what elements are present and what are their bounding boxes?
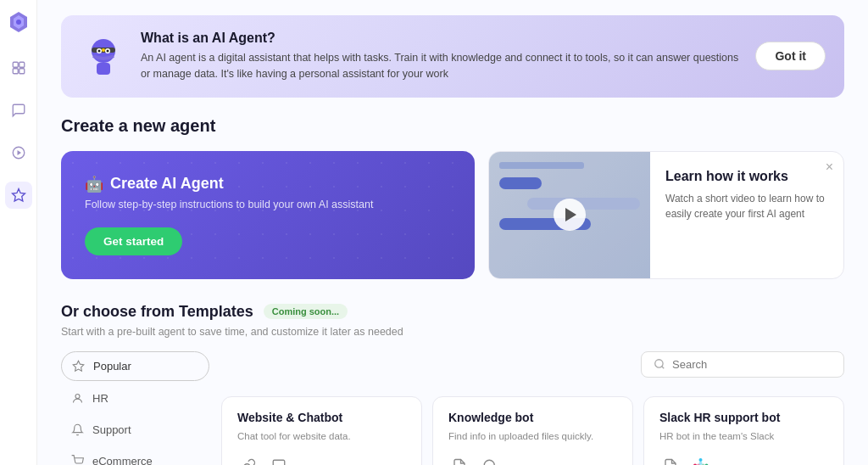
svg-point-21 — [655, 360, 663, 367]
svg-rect-3 — [13, 62, 18, 67]
video-overlay — [489, 152, 650, 278]
filter-support[interactable]: Support — [61, 416, 209, 444]
learn-card: Learn how it works Watch a short video t… — [488, 151, 844, 279]
sidebar-item-play[interactable] — [5, 139, 32, 166]
banner-description: An AI agent is a digital assistant that … — [141, 50, 742, 82]
filter-support-label: Support — [92, 423, 131, 436]
template-cards: Website & Chatbot Chat tool for website … — [221, 351, 844, 466]
robot-icon — [80, 32, 127, 80]
card-icons-knowledge — [448, 455, 617, 465]
svg-point-15 — [102, 48, 105, 52]
card-desc-website: Chat tool for website data. — [237, 429, 406, 443]
svg-point-13 — [98, 50, 101, 53]
close-button[interactable]: × — [826, 160, 833, 174]
svg-rect-4 — [19, 62, 24, 67]
svg-point-14 — [107, 50, 109, 53]
sidebar — [0, 0, 37, 465]
star-filter-icon — [72, 360, 85, 373]
template-card-knowledge[interactable]: Knowledge bot Find info in uploaded file… — [432, 396, 633, 466]
card-icons-website — [237, 455, 406, 465]
learn-card-title: Learn how it works — [665, 169, 828, 184]
search-input[interactable] — [672, 358, 832, 371]
template-card-slack[interactable]: Slack HR support bot HR bot in the team'… — [643, 396, 844, 466]
svg-marker-17 — [73, 361, 84, 371]
filter-panel: Popular HR Support — [61, 351, 209, 466]
sidebar-item-layers[interactable] — [5, 54, 32, 81]
template-card-website[interactable]: Website & Chatbot Chat tool for website … — [221, 396, 422, 466]
video-thumbnail[interactable] — [489, 152, 650, 278]
templates-body: Popular HR Support — [61, 351, 844, 466]
learn-card-text: Learn how it works Watch a short video t… — [650, 152, 843, 278]
slack-icon — [690, 455, 712, 465]
svg-line-22 — [662, 367, 665, 369]
create-section-title: Create a new agent — [61, 116, 844, 136]
create-agent-title: 🤖 Create AI Agent — [85, 175, 451, 193]
filter-ecommerce-label: eCommerce — [92, 455, 153, 466]
logo — [7, 10, 31, 34]
filter-hr-label: HR — [92, 392, 108, 405]
filter-hr[interactable]: HR — [61, 384, 209, 412]
create-agent-description: Follow step-by-step instructions to buil… — [85, 199, 451, 210]
filter-ecommerce[interactable]: eCommerce — [61, 447, 209, 466]
filter-popular[interactable]: Popular — [61, 351, 209, 381]
create-row: 🤖 Create AI Agent Follow step-by-step in… — [61, 151, 844, 279]
filter-popular-label: Popular — [93, 360, 131, 373]
search-bubble-icon — [479, 455, 501, 465]
templates-title: Or choose from Templates — [61, 303, 253, 321]
link-icon — [237, 455, 259, 465]
templates-subtitle: Start with a pre-built agent to save tim… — [61, 326, 844, 338]
banner-title: What is an AI Agent? — [141, 31, 742, 46]
file-icon — [448, 455, 470, 465]
ecommerce-filter-icon — [71, 455, 84, 466]
get-started-button[interactable]: Get started — [85, 227, 182, 255]
svg-point-2 — [16, 20, 21, 25]
sidebar-item-star[interactable] — [5, 182, 32, 209]
card-title-website: Website & Chatbot — [237, 411, 406, 424]
search-box[interactable] — [641, 351, 844, 378]
ai-agent-banner: What is an AI Agent? An AI agent is a di… — [61, 15, 844, 98]
card-desc-slack: HR bot in the team's Slack — [659, 429, 828, 443]
banner-text: What is an AI Agent? An AI agent is a di… — [141, 31, 742, 82]
play-button[interactable] — [554, 199, 586, 231]
create-agent-card: 🤖 Create AI Agent Follow step-by-step in… — [61, 151, 475, 279]
support-filter-icon — [71, 423, 84, 436]
sidebar-item-inbox[interactable] — [5, 97, 32, 124]
robot-emoji-icon: 🤖 — [85, 175, 103, 193]
got-it-button[interactable]: Got it — [755, 42, 826, 70]
learn-card-description: Watch a short video to learn how to easi… — [665, 191, 828, 221]
card-desc-knowledge: Find info in uploaded files quickly. — [448, 429, 617, 443]
svg-rect-6 — [19, 69, 24, 74]
svg-rect-26 — [699, 458, 703, 462]
hr-filter-icon — [71, 392, 84, 405]
cards-row: Website & Chatbot Chat tool for website … — [221, 396, 844, 466]
main-content: What is an AI Agent? An AI agent is a di… — [37, 0, 868, 465]
svg-marker-8 — [17, 150, 21, 155]
svg-point-18 — [75, 394, 80, 398]
card-title-knowledge: Knowledge bot — [448, 411, 617, 424]
svg-rect-5 — [13, 69, 18, 74]
card-icons-slack — [659, 455, 828, 465]
file2-icon — [659, 455, 682, 465]
search-row — [221, 351, 844, 378]
svg-rect-16 — [97, 63, 110, 75]
card-title-slack: Slack HR support bot — [659, 411, 828, 424]
chat-icon — [268, 455, 290, 465]
coming-soon-badge: Coming soon... — [264, 304, 348, 319]
svg-point-23 — [484, 460, 494, 465]
search-icon — [654, 358, 665, 370]
templates-header: Or choose from Templates Coming soon... — [61, 303, 844, 321]
